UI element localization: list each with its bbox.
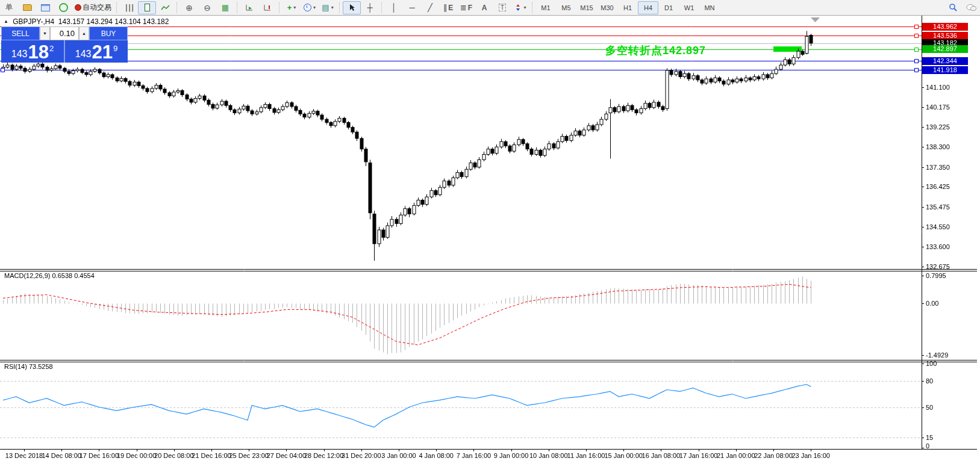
chevron-down-icon: ▾	[293, 5, 296, 10]
volume-input[interactable]: 0.10	[50, 26, 79, 40]
tf-button-h4[interactable]: H4	[638, 1, 658, 14]
macd-axis-tick: -1.4929	[926, 351, 948, 359]
chat-bubbles-icon	[966, 4, 976, 12]
time-axis-label: 28 Dec 12:00	[304, 452, 343, 459]
sell-price[interactable]: 143 18 2	[1, 40, 64, 63]
chart-canvas[interactable]	[0, 0, 980, 464]
arrows-tool-button[interactable]: ▾	[511, 1, 529, 14]
line-chart-icon	[161, 4, 170, 11]
time-axis-label: 13 Dec 2018	[5, 452, 43, 459]
horizontal-line-icon: ─	[409, 4, 414, 11]
market-watch-button[interactable]	[36, 1, 54, 14]
template-icon: ▤	[322, 4, 329, 11]
chart-shift-button[interactable]	[258, 1, 276, 14]
time-axis-label: 17 Dec 16:00	[80, 452, 119, 459]
price-axis-tick: 133.600	[926, 243, 950, 250]
price-tag-142.344: 142.344	[922, 57, 968, 65]
crosshair-tool-button[interactable]: ┼	[361, 1, 379, 14]
toolbar-separator	[116, 2, 117, 13]
time-axis-label: 4 Jan 08:00	[419, 452, 454, 459]
new-order-button[interactable]: 单	[0, 1, 18, 14]
time-axis-label: 31 Dec 20:00	[342, 452, 381, 459]
text-tool-icon: A	[482, 4, 487, 12]
auto-scroll-icon	[245, 4, 254, 11]
fibonacci-tool-button[interactable]: ≣F	[457, 1, 475, 14]
tf-button-m1[interactable]: M1	[535, 1, 556, 14]
price-axis-tick: 140.175	[926, 104, 950, 111]
templates-button[interactable]: ▤▾	[319, 1, 337, 14]
time-axis-label: 25 Dec 23:00	[229, 452, 268, 459]
chevron-down-icon: ▾	[523, 5, 526, 10]
add-indicator-icon: +	[287, 3, 292, 12]
autotrading-label: 自动交易	[83, 2, 111, 13]
price-axis-tick: 136.425	[926, 183, 950, 190]
auto-scroll-button[interactable]	[240, 1, 258, 14]
line-chart-mode-button[interactable]	[156, 1, 174, 14]
toolbar-separator	[237, 2, 238, 13]
vertical-line-tool-button[interactable]: │	[385, 1, 403, 14]
time-axis-label: 7 Jan 16:00	[457, 452, 492, 459]
time-axis-label: 21 Dec 16:00	[192, 452, 231, 459]
cursor-tool-button[interactable]	[343, 1, 361, 14]
tf-button-m30[interactable]: M30	[597, 1, 617, 14]
zoom-in-icon: ⊕	[186, 4, 193, 12]
price-tag-141.918: 141.918	[922, 66, 968, 74]
sell-price-pips: 18	[28, 43, 48, 61]
profiles-icon[interactable]	[18, 1, 36, 14]
price-tag-143.536: 143.536	[922, 32, 968, 40]
autotrading-button[interactable]: 自动交易	[72, 1, 114, 14]
buy-price[interactable]: 143 21 9	[65, 40, 128, 63]
tf-button-mn[interactable]: MN	[699, 1, 720, 14]
cursor-icon	[349, 4, 355, 11]
radar-icon	[59, 3, 68, 12]
chart-shift-icon	[263, 4, 272, 11]
toolbar-separator	[339, 2, 340, 13]
candlestick-mode-button[interactable]	[138, 1, 156, 14]
buy-price-pips: 21	[92, 43, 112, 61]
tile-windows-button[interactable]: ▦	[216, 1, 234, 14]
search-button[interactable]	[944, 1, 962, 14]
mt4-terminal: 单 自动交易 ||| ⊕ ⊖ ▦ +▾ ▾ ▤▾ ┼	[0, 0, 980, 464]
text-label-tool-button[interactable]: T	[493, 1, 511, 14]
chat-button[interactable]	[962, 1, 980, 14]
volume-increase-button[interactable]: ▲	[79, 26, 89, 40]
bar-chart-mode-button[interactable]: |||	[120, 1, 138, 14]
tf-button-d1[interactable]: D1	[658, 1, 679, 14]
price-low: 143.104	[114, 17, 140, 26]
rsi-axis-tick: 100	[926, 360, 937, 367]
channel-tool-button[interactable]: ∥E	[439, 1, 457, 14]
periods-button[interactable]: ▾	[301, 1, 319, 14]
chevron-down-icon: ▾	[313, 5, 316, 10]
price-axis-tick: 138.300	[926, 143, 950, 150]
text-label-icon: T	[499, 4, 506, 11]
panel-divider	[64, 40, 65, 63]
buy-price-base: 143	[75, 49, 92, 60]
fibonacci-icon: ≣	[460, 4, 467, 11]
tf-button-m15[interactable]: M15	[576, 1, 597, 14]
time-axis-label: 10 Jan 08:00	[529, 452, 568, 459]
macd-indicator-label: MACD(12,26,9) 0.6538 0.4554	[4, 272, 95, 279]
horizontal-line-tool-button[interactable]: ─	[403, 1, 421, 14]
folder-icon	[23, 4, 32, 11]
trendline-tool-button[interactable]: ╱	[421, 1, 439, 14]
rsi-axis-tick: 0	[926, 442, 929, 450]
indicators-button[interactable]: +▾	[282, 1, 301, 14]
zoom-in-button[interactable]: ⊕	[180, 1, 198, 14]
sell-button[interactable]: SELL	[1, 26, 40, 40]
time-axis-label: 15 Jan 00:00	[604, 452, 643, 459]
tile-windows-icon: ▦	[222, 4, 229, 11]
zoom-out-button[interactable]: ⊖	[198, 1, 216, 14]
time-axis-label: 21 Jan 00:00	[717, 452, 755, 459]
panel-collapse-toggle[interactable]: ▲	[4, 19, 8, 24]
tf-button-m5[interactable]: M5	[556, 1, 576, 14]
autotrading-stop-icon	[75, 4, 81, 11]
price-axis-tick: 135.475	[926, 203, 950, 211]
text-tool-button[interactable]: A	[475, 1, 493, 14]
price-high: 143.294	[87, 17, 113, 26]
buy-price-point: 9	[113, 44, 117, 53]
buy-button[interactable]: BUY	[89, 26, 128, 40]
volume-decrease-button[interactable]: ▼	[40, 26, 50, 40]
data-window-button[interactable]	[54, 1, 72, 14]
tf-button-h1[interactable]: H1	[617, 1, 638, 14]
tf-button-w1[interactable]: W1	[679, 1, 699, 14]
